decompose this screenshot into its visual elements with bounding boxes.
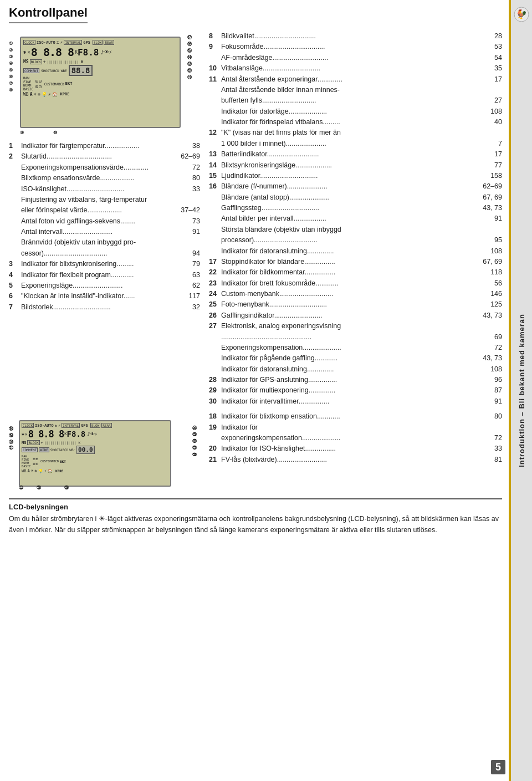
table-row: Finjustering av vitbalans, färg-temperat… [9, 195, 200, 205]
entry-num: 3 [9, 259, 21, 269]
second-diagram: ⑱ ⑲ ⑳ ㉑ ㉚ ㉙ ㉘ ㉗ ㉖ CLOCK ISO·AUTO ± ⚡ INT… [9, 411, 200, 492]
table-row: 27 Elektronisk, analog exponeringsvisnin… [209, 321, 502, 331]
table-row: 19 Indikator för [209, 422, 502, 433]
interval2-label: INTERVAL [62, 423, 80, 428]
table-row: 1 Indikator för färgtemperatur..........… [9, 141, 200, 151]
callout-6: ⑥ [9, 74, 13, 79]
callout-21: ㉑ [9, 446, 13, 451]
rooster-icon: 🐓 [514, 7, 529, 22]
eye-symbol: 👁 [104, 49, 109, 55]
callout-25: ㉕ [64, 486, 69, 491]
entry-num: 9 [209, 42, 221, 52]
entry-num: 28 [209, 375, 221, 385]
entry-num: 13 [209, 149, 221, 160]
entry-page: 17 [483, 74, 502, 85]
entry-page: 17 [483, 149, 502, 160]
lcd-row-4: COMMENT SHOOTABCD WBE 88.8 [23, 65, 177, 76]
shutter-value: 8 8.8 8 [31, 45, 74, 59]
table-row: 4 Indikator för flexibelt program.......… [9, 270, 200, 280]
entry-num: 11 [209, 74, 221, 85]
table-row: Exponeringskompensationsvärde...........… [9, 162, 200, 173]
table-row: 28 Indikator för GPS-anslutning.........… [209, 375, 502, 385]
callout-3: ③ [9, 54, 13, 59]
table-row: 10 Vitbalansläge........................… [209, 63, 502, 74]
lcd2-row-6: WB A ☀ ❄ 💡 ⚡ 🏠 KPRE [22, 468, 168, 473]
right-tab-label: Introduktion – Bli bekant med kameran [518, 314, 526, 467]
a-label: A [30, 92, 33, 97]
entry-num: 15 [209, 171, 221, 181]
entry-text: FV-lås (blixtvärde).....................… [221, 455, 485, 465]
table-row: 13 Batteriindikator.....................… [209, 149, 502, 160]
entry-num: 17 [209, 257, 221, 267]
table-row: ISO-känslighet..........................… [9, 184, 200, 195]
callout-14: ⑭ [187, 54, 192, 60]
eye2: 👁 [90, 432, 95, 437]
entry-num: 5 [9, 280, 21, 291]
callout-23: ㉓ [19, 486, 23, 491]
entry-num: 25 [209, 299, 221, 310]
callout-19: ⑲ [9, 432, 13, 438]
table-row: Brännvidd (objektiv utan inbyggd pro- [9, 237, 200, 248]
entry-num: 29 [209, 385, 221, 396]
flash6: ⚡ [44, 469, 47, 473]
table-row: 3 Indikator för blixtsynkronisering.....… [9, 259, 200, 269]
table-row: 8 Bildkvalitet..........................… [209, 31, 502, 42]
entry-num: 27 [209, 321, 221, 331]
table-row: Bländare (antal stopp)..................… [209, 192, 502, 203]
table-row: 12 "K" (visas när det finns plats för me… [209, 127, 502, 138]
shoot-abcd: SHOOTABCD [41, 69, 59, 73]
entry-text: Indikator för färgtemperatur............… [21, 141, 181, 151]
entry-page: 32 [181, 302, 200, 313]
grid2: ⊞⊟ ⊠⊡ [33, 457, 38, 466]
slow2-label: SLOW [90, 423, 100, 428]
lcd-panel-2: CLOCK ISO·AUTO ± ⚡ INTERVAL GPS SLOW REA… [19, 420, 171, 487]
bottom-entry-table: 18 Indikator för blixtkomp ensation.....… [209, 411, 502, 465]
entry-page: 91 [483, 396, 502, 407]
flash3-symbol: ⚡ [48, 92, 51, 97]
entry-text: Stoppindikator för bländare.............… [221, 257, 483, 267]
kpre2: KPRE [55, 469, 63, 473]
entry-page: 56 [483, 278, 502, 289]
svg-text:🐓: 🐓 [516, 9, 527, 19]
table-row: Antal foton vid gafflings-sekvens.......… [9, 216, 200, 227]
callout-17: ⑰ [187, 34, 192, 40]
entry-text: Fokusområde.............................… [221, 42, 483, 52]
entry-text: Bildstorlek.............................… [21, 302, 181, 313]
table-row: Antal bilder per intervall..............… [209, 213, 502, 224]
entry-page: 96 [483, 375, 502, 385]
gps2-label: GPS [81, 423, 88, 428]
flash5: ⚡ [95, 432, 98, 437]
entry-page: 53 [483, 42, 502, 52]
flash2-symbol: ⚡ [109, 49, 112, 55]
table-row: ........................................… [209, 332, 502, 343]
entry-num: 12 [209, 127, 221, 138]
ms2: MS [22, 441, 26, 445]
entry-text: Elektronisk, analog exponeringsvisning [221, 321, 483, 331]
entry-num: 18 [209, 411, 221, 422]
table-row: Indikator för datoranslutning...........… [209, 364, 502, 375]
callout-8: ⑧ [9, 88, 13, 93]
entry-text: Indikator för GPS-anslutning............… [221, 375, 483, 385]
lcd-panel: CLOCK ISO·AUTO ± ⚡ INTERVAL GPS SLOW REA… [20, 37, 181, 128]
entry-text: Vitbalansläge...........................… [221, 63, 483, 74]
entry-page: 67, 69 [483, 257, 502, 267]
entry-text: Bildkvalitet............................… [221, 31, 483, 42]
shutter2: 8 8.8 8 [28, 428, 64, 440]
x2: ✕ [25, 432, 28, 437]
page-title: Kontrollpanel [9, 6, 88, 23]
k4: K [79, 441, 81, 445]
block2: BLOCK [27, 440, 39, 445]
entry-num: 26 [209, 310, 221, 321]
entry-text: Custom-menybank.........................… [221, 289, 483, 299]
table-row: 26 Gafflingsindikator...................… [209, 310, 502, 321]
table-row: 29 Indikator för multiexponering........… [209, 385, 502, 396]
left-column: ① ② ③ ④ ⑤ ⑥ ⑦ ⑧ ⑰ ⑯ ⑮ ⑭ ⑬ ⑫ ⑪ [9, 31, 200, 407]
table-row: AF-områdesläge..........................… [209, 53, 502, 63]
callout-20: ⑳ [9, 439, 13, 445]
entry-num: 8 [209, 31, 221, 42]
ms-label: MS [23, 59, 29, 64]
callout-4: ④ [9, 61, 13, 66]
table-row: Indikator för förinspelad vitbalans.....… [209, 117, 502, 127]
callout-1: ① [9, 41, 13, 46]
entry-page: 35 [483, 63, 502, 74]
